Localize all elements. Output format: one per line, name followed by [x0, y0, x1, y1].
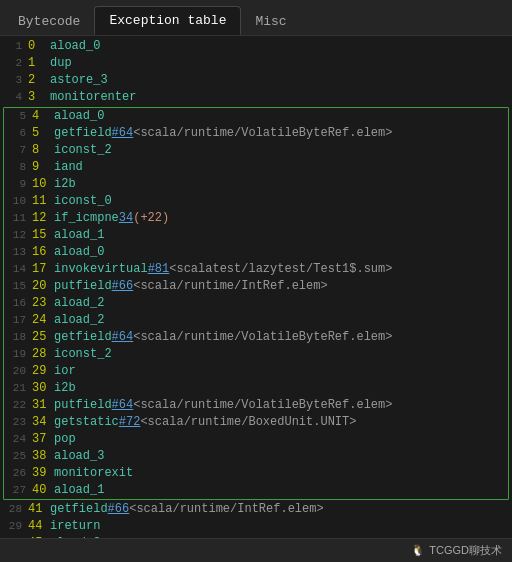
table-row: 2334getstatic #72 <scala/runtime/BoxedUn…: [4, 414, 508, 431]
ref-description: <scala/runtime/VolatileByteRef.elem>: [133, 329, 392, 346]
table-row: 1112if_icmpne 34 (+22): [4, 210, 508, 227]
instruction: putfield: [54, 397, 112, 414]
instruction: iconst_0: [54, 193, 112, 210]
byte-offset: 44: [28, 518, 50, 535]
instruction: aload_3: [54, 448, 104, 465]
line-number: 24: [8, 431, 32, 448]
instruction: aload_2: [54, 312, 104, 329]
table-row: 54aload_0: [4, 108, 508, 125]
table-row: 1623aload_2: [4, 295, 508, 312]
line-number: 1: [4, 38, 28, 55]
byte-offset: 41: [28, 501, 50, 518]
table-row: 1520putfield #66 <scala/runtime/IntRef.e…: [4, 278, 508, 295]
instruction: ior: [54, 363, 76, 380]
line-number: 12: [8, 227, 32, 244]
instruction: ireturn: [50, 518, 100, 535]
instruction: iconst_2: [54, 346, 112, 363]
field-ref[interactable]: #64: [112, 125, 134, 142]
line-number: 29: [4, 518, 28, 535]
table-row: 32astore_3: [0, 72, 512, 89]
line-number: 15: [8, 278, 32, 295]
table-row: 2437pop: [4, 431, 508, 448]
table-row: 1724aload_2: [4, 312, 508, 329]
footer-text: TCGGD聊技术: [429, 543, 502, 558]
table-row: 43monitorenter: [0, 89, 512, 106]
line-number: 19: [8, 346, 32, 363]
byte-offset: 39: [32, 465, 54, 482]
instruction: aload_2: [54, 295, 104, 312]
ref-description: <scala/runtime/VolatileByteRef.elem>: [133, 397, 392, 414]
instruction: getfield: [54, 125, 112, 142]
instruction: if_icmpne: [54, 210, 119, 227]
ref-description: <scala/runtime/BoxedUnit.UNIT>: [140, 414, 356, 431]
ref-description: <scalatest/lazytest/Test1$.sum>: [169, 261, 392, 278]
tab-misc[interactable]: Misc: [241, 8, 300, 35]
jump-offset: (+22): [133, 210, 169, 227]
line-number: 20: [8, 363, 32, 380]
line-number: 14: [8, 261, 32, 278]
app-container: Bytecode Exception table Misc 10aload_02…: [0, 0, 512, 562]
instruction: pop: [54, 431, 76, 448]
byte-offset: 28: [32, 346, 54, 363]
byte-offset: 45: [28, 535, 50, 538]
field-ref[interactable]: #72: [119, 414, 141, 431]
line-number: 27: [8, 482, 32, 499]
field-ref[interactable]: #64: [112, 329, 134, 346]
line-number: 6: [8, 125, 32, 142]
instruction: aload_0: [54, 108, 104, 125]
line-number: 3: [4, 72, 28, 89]
jump-target[interactable]: 34: [119, 210, 133, 227]
ref-description: <scala/runtime/VolatileByteRef.elem>: [133, 125, 392, 142]
ref-description: <scala/runtime/IntRef.elem>: [133, 278, 327, 295]
table-row: 1215aload_1: [4, 227, 508, 244]
table-row: 1316aload_0: [4, 244, 508, 261]
byte-offset: 1: [28, 55, 50, 72]
byte-offset: 30: [32, 380, 54, 397]
table-row: 65getfield #64 <scala/runtime/VolatileBy…: [4, 125, 508, 142]
tab-exception-table[interactable]: Exception table: [94, 6, 241, 35]
table-row: 89iand: [4, 159, 508, 176]
line-number: 8: [8, 159, 32, 176]
field-ref[interactable]: #81: [148, 261, 170, 278]
line-number: 11: [8, 210, 32, 227]
byte-offset: 3: [28, 89, 50, 106]
table-row: 21dup: [0, 55, 512, 72]
byte-offset: 8: [32, 142, 54, 159]
table-row: 78iconst_2: [4, 142, 508, 159]
byte-offset: 2: [28, 72, 50, 89]
line-number: 5: [8, 108, 32, 125]
instruction: aload_3: [50, 535, 100, 538]
byte-offset: 16: [32, 244, 54, 261]
instruction: aload_0: [50, 38, 100, 55]
table-row: 910i2b: [4, 176, 508, 193]
table-row: 2639monitorexit: [4, 465, 508, 482]
table-row: 2538aload_3: [4, 448, 508, 465]
tab-bytecode[interactable]: Bytecode: [4, 8, 94, 35]
byte-offset: 34: [32, 414, 54, 431]
field-ref[interactable]: #66: [108, 501, 130, 518]
instruction: dup: [50, 55, 72, 72]
byte-offset: 20: [32, 278, 54, 295]
table-row: 1417invokevirtual #81 <scalatest/lazytes…: [4, 261, 508, 278]
line-number: 25: [8, 448, 32, 465]
table-row: 2944ireturn: [0, 518, 512, 535]
line-number: 21: [8, 380, 32, 397]
line-number: 26: [8, 465, 32, 482]
byte-offset: 4: [32, 108, 54, 125]
instruction: getfield: [54, 329, 112, 346]
field-ref[interactable]: #64: [112, 397, 134, 414]
instruction: astore_3: [50, 72, 108, 89]
line-number: 18: [8, 329, 32, 346]
byte-offset: 17: [32, 261, 54, 278]
field-ref[interactable]: #66: [112, 278, 134, 295]
instruction: aload_0: [54, 244, 104, 261]
instruction: i2b: [54, 176, 76, 193]
highlight-block: 54aload_065getfield #64 <scala/runtime/V…: [3, 107, 509, 500]
line-number: 4: [4, 89, 28, 106]
byte-offset: 10: [32, 176, 54, 193]
table-row: 10aload_0: [0, 38, 512, 55]
instruction: invokevirtual: [54, 261, 148, 278]
byte-offset: 15: [32, 227, 54, 244]
table-row: 2231putfield #64 <scala/runtime/Volatile…: [4, 397, 508, 414]
line-number: 30: [4, 535, 28, 538]
